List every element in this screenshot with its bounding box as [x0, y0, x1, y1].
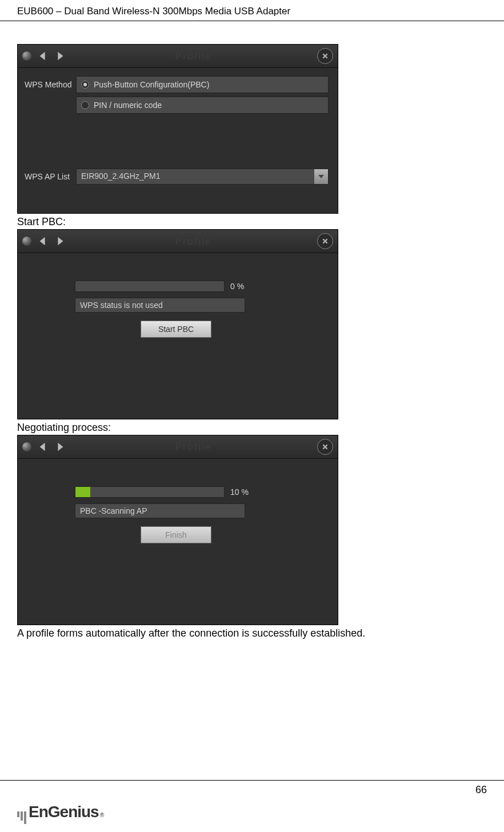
wps-option-pbc[interactable]: Push-Button Configuration(PBC): [76, 76, 329, 93]
page-header: EUB600 – Dual Band Wireless-N 300Mbps Me…: [0, 0, 504, 21]
progress-bar-row: 10 %: [75, 486, 329, 498]
finish-button[interactable]: Finish: [141, 526, 211, 543]
radio-selected-icon: [81, 81, 89, 89]
back-button[interactable]: [35, 439, 51, 455]
chevron-down-icon: [314, 169, 328, 184]
wps-method-panel: Profile WPS Method Push-Button Configura…: [17, 44, 338, 214]
progress-percent-label: 0 %: [230, 282, 244, 291]
wps-option-pbc-label: Push-Button Configuration(PBC): [94, 80, 209, 89]
forward-button[interactable]: [52, 48, 68, 64]
wps-option-pin[interactable]: PIN / numeric code: [76, 97, 329, 114]
close-button[interactable]: [317, 439, 333, 455]
logo-text: EnGenius: [29, 803, 99, 821]
logo-bars-icon: [17, 811, 26, 824]
negotiating-panel: Profile 10 % PBC -Scanning AP Finish: [17, 435, 338, 625]
footnote-text: A profile forms automatically after the …: [17, 627, 487, 639]
wps-ap-selected: EIR900_2.4GHz_PM1: [77, 169, 314, 184]
progress-bar-row: 0 %: [75, 281, 329, 292]
wps-ap-list-dropdown[interactable]: EIR900_2.4GHz_PM1: [76, 169, 329, 185]
start-pbc-button[interactable]: Start PBC: [141, 321, 211, 338]
window-indicator-icon: [22, 237, 31, 246]
page-footer: 66 EnGenius ®: [0, 780, 504, 832]
forward-button[interactable]: [52, 233, 68, 249]
forward-button[interactable]: [52, 439, 68, 455]
progress-percent-label: 10 %: [230, 487, 249, 497]
wps-method-label: WPS Method: [23, 80, 76, 89]
wps-status-text: PBC -Scanning AP: [75, 503, 245, 518]
page-number: 66: [475, 784, 487, 796]
close-button[interactable]: [317, 48, 333, 64]
wps-status-text: WPS status is not used: [75, 298, 245, 313]
panel-header: Profile: [18, 45, 338, 68]
progress-fill: [75, 487, 90, 497]
progress-bar: [75, 281, 225, 292]
panel-title: Profile: [69, 441, 317, 453]
back-button[interactable]: [35, 233, 51, 249]
logo-registered-icon: ®: [100, 812, 104, 818]
panel-header: Profile: [18, 435, 338, 459]
panel-title: Profile: [69, 50, 317, 62]
doc-title: EUB600 – Dual Band Wireless-N 300Mbps Me…: [17, 6, 290, 17]
wps-ap-list-label: WPS AP List: [23, 172, 76, 181]
back-button[interactable]: [35, 48, 51, 64]
caption-negotiating: Negotiating process:: [17, 422, 487, 434]
wps-option-pin-label: PIN / numeric code: [94, 101, 162, 110]
panel-title: Profile: [69, 235, 317, 247]
window-indicator-icon: [22, 442, 31, 451]
caption-start-pbc: Start PBC:: [17, 216, 487, 228]
engenius-logo: EnGenius ®: [17, 803, 104, 824]
start-pbc-panel: Profile 0 % WPS status is not used Start…: [17, 229, 338, 419]
close-button[interactable]: [317, 233, 333, 249]
window-indicator-icon: [22, 51, 31, 61]
radio-unselected-icon: [81, 101, 89, 109]
panel-header: Profile: [18, 230, 338, 253]
progress-bar: [75, 486, 225, 498]
